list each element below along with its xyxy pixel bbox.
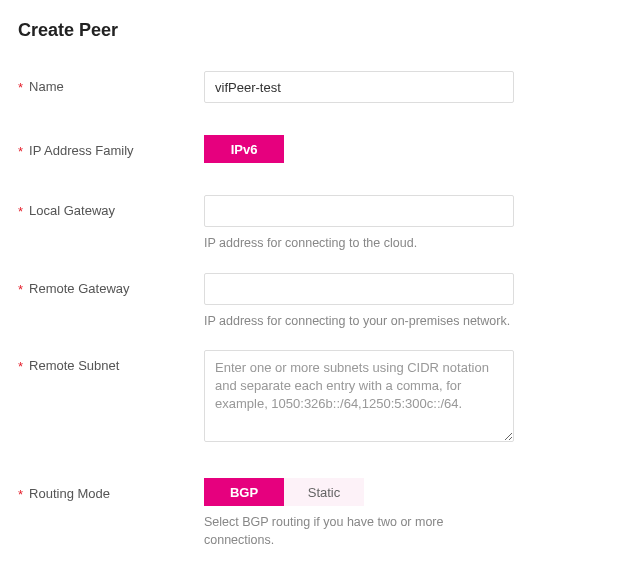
field-routingmode-label: * Routing Mode xyxy=(18,478,204,501)
ipfamily-option-ipv6[interactable]: IPv6 xyxy=(204,135,284,163)
field-routingmode-row: * Routing Mode BGP Static Select BGP rou… xyxy=(18,478,604,565)
label-text: Routing Mode xyxy=(29,486,110,501)
required-asterisk: * xyxy=(18,145,23,158)
ipfamily-toggle: IPv6 xyxy=(204,135,284,163)
local-gateway-input[interactable] xyxy=(204,195,514,227)
label-text: Name xyxy=(29,79,64,94)
remote-subnet-textarea[interactable] xyxy=(204,350,514,442)
routingmode-option-static[interactable]: Static xyxy=(284,478,364,506)
page-title: Create Peer xyxy=(18,20,604,41)
routingmode-help: Select BGP routing if you have two or mo… xyxy=(204,514,514,549)
label-text: Remote Subnet xyxy=(29,358,119,373)
required-asterisk: * xyxy=(18,283,23,296)
label-text: Local Gateway xyxy=(29,203,115,218)
routingmode-toggle: BGP Static xyxy=(204,478,364,506)
label-text: IP Address Family xyxy=(29,143,134,158)
required-asterisk: * xyxy=(18,81,23,94)
routingmode-option-bgp[interactable]: BGP xyxy=(204,478,284,506)
required-asterisk: * xyxy=(18,205,23,218)
remote-gateway-input[interactable] xyxy=(204,273,514,305)
field-localgateway-row: * Local Gateway IP address for connectin… xyxy=(18,195,604,269)
required-asterisk: * xyxy=(18,488,23,501)
field-remotesubnet-row: * Remote Subnet xyxy=(18,350,604,446)
field-name-label: * Name xyxy=(18,71,204,94)
field-ipfamily-row: * IP Address Family IPv6 xyxy=(18,135,604,163)
field-localgateway-label: * Local Gateway xyxy=(18,195,204,218)
label-text: Remote Gateway xyxy=(29,281,129,296)
name-input[interactable] xyxy=(204,71,514,103)
field-remotesubnet-label: * Remote Subnet xyxy=(18,350,204,373)
remote-gateway-help: IP address for connecting to your on-pre… xyxy=(204,313,514,331)
local-gateway-help: IP address for connecting to the cloud. xyxy=(204,235,514,253)
field-remotegateway-label: * Remote Gateway xyxy=(18,273,204,296)
field-name-row: * Name xyxy=(18,71,604,103)
field-remotegateway-row: * Remote Gateway IP address for connecti… xyxy=(18,273,604,347)
required-asterisk: * xyxy=(18,360,23,373)
field-ipfamily-label: * IP Address Family xyxy=(18,135,204,158)
